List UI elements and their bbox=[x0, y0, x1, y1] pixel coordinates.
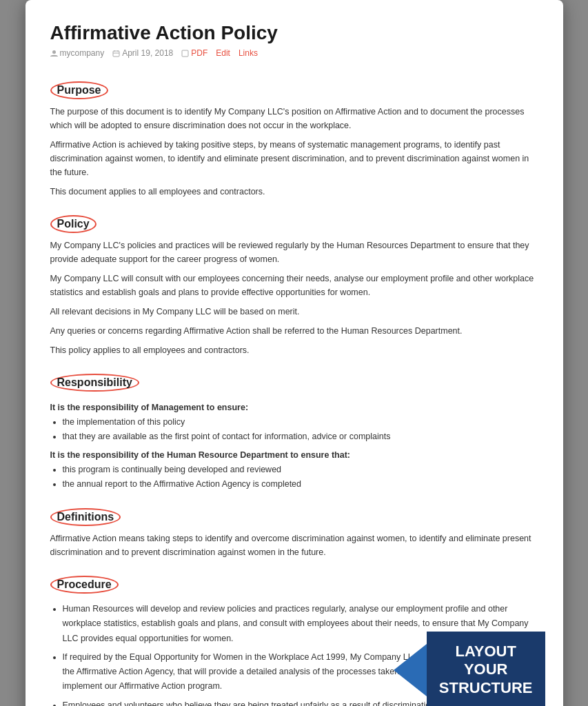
callout-container: LAYOUT YOUR STRUCTURE bbox=[394, 632, 545, 706]
doc-title: Affirmative Action Policy bbox=[50, 22, 538, 44]
meta-links[interactable]: Links bbox=[239, 48, 258, 58]
section-heading-policy: Policy bbox=[50, 215, 97, 233]
responsibility-bullets-1: the implementation of this policy that t… bbox=[63, 415, 538, 445]
responsibility-bold-2: It is the responsibility of the Human Re… bbox=[50, 450, 538, 460]
meta-pdf[interactable]: PDF bbox=[181, 48, 207, 58]
section-purpose: Purpose The purpose of this document is … bbox=[50, 70, 538, 199]
list-item: that they are available as the first poi… bbox=[63, 430, 538, 444]
doc-meta: mycompany April 19, 2018 PDF Edit Links bbox=[50, 48, 538, 58]
policy-para-3: All relevant decisions in My Company LLC… bbox=[50, 305, 538, 319]
policy-para-1: My Company LLC's policies and practices … bbox=[50, 239, 538, 266]
callout-box: LAYOUT YOUR STRUCTURE bbox=[427, 632, 545, 706]
callout-line2: YOUR bbox=[464, 660, 508, 678]
policy-para-4: Any queries or concerns regarding Affirm… bbox=[50, 324, 538, 338]
responsibility-bold-1: It is the responsibility of Management t… bbox=[50, 403, 538, 412]
section-heading-definitions: Definitions bbox=[50, 508, 121, 526]
list-item: this program is continually being develo… bbox=[63, 463, 538, 477]
list-item: the implementation of this policy bbox=[63, 415, 538, 430]
purpose-para-3: This document applies to all employees a… bbox=[50, 185, 538, 199]
section-definitions: Definitions Affirmative Action means tak… bbox=[50, 497, 538, 559]
section-heading-procedure: Procedure bbox=[50, 576, 119, 594]
purpose-para-2: Affirmative Action is achieved by taking… bbox=[50, 138, 538, 179]
svg-point-0 bbox=[52, 50, 56, 54]
svg-rect-5 bbox=[182, 50, 188, 57]
document-page: Affirmative Action Policy mycompany Apri… bbox=[26, 0, 563, 706]
callout-line1: LAYOUT bbox=[455, 643, 516, 660]
section-responsibility: Responsibility It is the responsibility … bbox=[50, 363, 538, 492]
meta-edit[interactable]: Edit bbox=[216, 48, 230, 58]
policy-para-5: This policy applies to all employees and… bbox=[50, 343, 538, 357]
meta-author: mycompany bbox=[50, 48, 105, 58]
responsibility-bullets-2: this program is continually being develo… bbox=[63, 463, 538, 492]
purpose-para-1: The purpose of this document is to ident… bbox=[50, 105, 538, 132]
meta-date: April 19, 2018 bbox=[112, 48, 173, 58]
policy-para-2: My Company LLC will consult with our emp… bbox=[50, 272, 538, 299]
section-policy: Policy My Company LLC's policies and pra… bbox=[50, 204, 538, 357]
callout-arrow bbox=[394, 644, 427, 696]
section-heading-responsibility: Responsibility bbox=[50, 374, 139, 392]
svg-rect-1 bbox=[113, 51, 119, 57]
definitions-para-1: Affirmative Action means taking steps to… bbox=[50, 532, 538, 559]
section-heading-purpose: Purpose bbox=[50, 81, 108, 99]
callout-line3: STRUCTURE bbox=[439, 679, 533, 696]
list-item: the annual report to the Affirmative Act… bbox=[63, 477, 538, 492]
